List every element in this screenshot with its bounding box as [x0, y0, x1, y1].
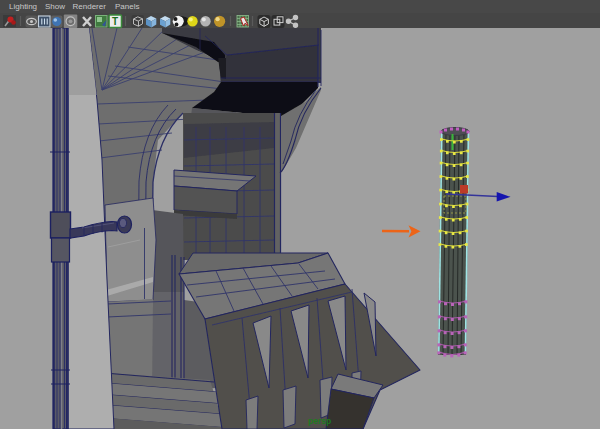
svg-text:Lighting: Lighting	[9, 2, 37, 11]
svg-text:Renderer: Renderer	[73, 2, 107, 11]
svg-text:persp: persp	[308, 416, 331, 426]
svg-text:Panels: Panels	[115, 2, 139, 11]
svg-text:Show: Show	[45, 2, 65, 11]
svg-text:T: T	[112, 16, 118, 27]
